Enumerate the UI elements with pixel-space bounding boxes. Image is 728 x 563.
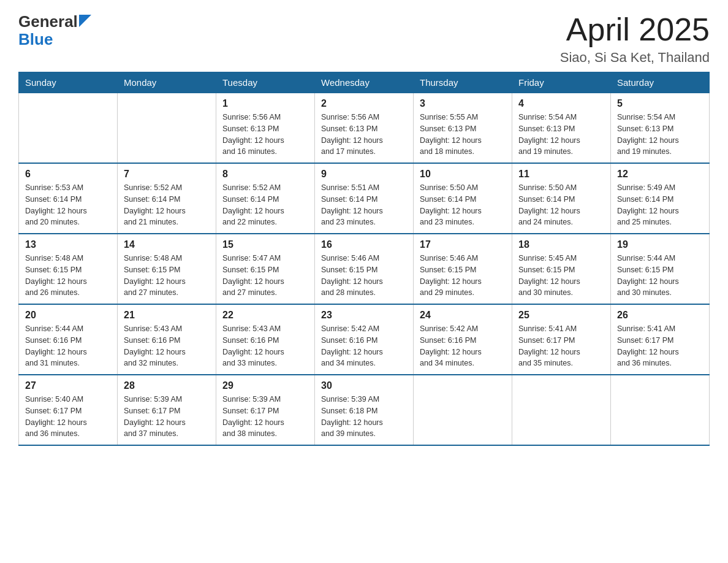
calendar-cell: 24Sunrise: 5:42 AM Sunset: 6:16 PM Dayli… — [414, 304, 512, 375]
day-number: 21 — [124, 310, 210, 321]
day-info: Sunrise: 5:53 AM Sunset: 6:14 PM Dayligh… — [25, 182, 111, 228]
calendar-cell: 7Sunrise: 5:52 AM Sunset: 6:14 PM Daylig… — [118, 163, 216, 234]
svg-marker-0 — [79, 15, 91, 27]
day-info: Sunrise: 5:41 AM Sunset: 6:17 PM Dayligh… — [617, 323, 703, 369]
day-info: Sunrise: 5:39 AM Sunset: 6:17 PM Dayligh… — [222, 394, 308, 440]
day-number: 3 — [420, 98, 506, 109]
calendar-week-row: 1Sunrise: 5:56 AM Sunset: 6:13 PM Daylig… — [19, 93, 710, 164]
calendar-week-row: 13Sunrise: 5:48 AM Sunset: 6:15 PM Dayli… — [19, 234, 710, 304]
day-number: 20 — [25, 310, 111, 321]
calendar-cell: 15Sunrise: 5:47 AM Sunset: 6:15 PM Dayli… — [216, 234, 315, 304]
day-number: 24 — [420, 310, 506, 321]
day-number: 4 — [518, 98, 604, 109]
day-number: 5 — [617, 98, 703, 109]
calendar-cell — [512, 375, 611, 445]
calendar-header-row: SundayMondayTuesdayWednesdayThursdayFrid… — [19, 72, 710, 93]
day-info: Sunrise: 5:44 AM Sunset: 6:15 PM Dayligh… — [617, 253, 703, 299]
calendar-cell — [19, 93, 118, 164]
day-number: 2 — [321, 98, 407, 109]
calendar-cell — [414, 375, 512, 445]
calendar-cell: 6Sunrise: 5:53 AM Sunset: 6:14 PM Daylig… — [19, 163, 118, 234]
header-monday: Monday — [118, 72, 216, 93]
day-info: Sunrise: 5:45 AM Sunset: 6:15 PM Dayligh… — [518, 253, 604, 299]
day-number: 16 — [321, 239, 407, 250]
day-info: Sunrise: 5:46 AM Sunset: 6:15 PM Dayligh… — [420, 253, 506, 299]
day-number: 22 — [222, 310, 308, 321]
day-info: Sunrise: 5:39 AM Sunset: 6:18 PM Dayligh… — [321, 394, 407, 440]
calendar-cell: 22Sunrise: 5:43 AM Sunset: 6:16 PM Dayli… — [216, 304, 315, 375]
day-number: 29 — [222, 380, 308, 391]
calendar-cell: 3Sunrise: 5:55 AM Sunset: 6:13 PM Daylig… — [414, 93, 512, 164]
header-tuesday: Tuesday — [216, 72, 315, 93]
day-info: Sunrise: 5:50 AM Sunset: 6:14 PM Dayligh… — [518, 182, 604, 228]
day-info: Sunrise: 5:56 AM Sunset: 6:13 PM Dayligh… — [321, 112, 407, 158]
calendar-cell: 29Sunrise: 5:39 AM Sunset: 6:17 PM Dayli… — [216, 375, 315, 445]
calendar-cell: 28Sunrise: 5:39 AM Sunset: 6:17 PM Dayli… — [118, 375, 216, 445]
calendar-cell: 5Sunrise: 5:54 AM Sunset: 6:13 PM Daylig… — [611, 93, 710, 164]
day-info: Sunrise: 5:48 AM Sunset: 6:15 PM Dayligh… — [124, 253, 210, 299]
day-info: Sunrise: 5:41 AM Sunset: 6:17 PM Dayligh… — [518, 323, 604, 369]
day-info: Sunrise: 5:54 AM Sunset: 6:13 PM Dayligh… — [518, 112, 604, 158]
logo-blue: Blue — [18, 31, 53, 47]
location-text: Siao, Si Sa Ket, Thailand — [560, 50, 710, 66]
day-info: Sunrise: 5:43 AM Sunset: 6:16 PM Dayligh… — [222, 323, 308, 369]
day-number: 15 — [222, 239, 308, 250]
logo-general: General — [18, 12, 78, 31]
day-number: 9 — [321, 169, 407, 180]
calendar-week-row: 6Sunrise: 5:53 AM Sunset: 6:14 PM Daylig… — [19, 163, 710, 234]
calendar-cell: 9Sunrise: 5:51 AM Sunset: 6:14 PM Daylig… — [315, 163, 414, 234]
day-number: 1 — [222, 98, 308, 109]
day-info: Sunrise: 5:55 AM Sunset: 6:13 PM Dayligh… — [420, 112, 506, 158]
day-info: Sunrise: 5:51 AM Sunset: 6:14 PM Dayligh… — [321, 182, 407, 228]
day-number: 14 — [124, 239, 210, 250]
day-info: Sunrise: 5:54 AM Sunset: 6:13 PM Dayligh… — [617, 112, 703, 158]
calendar-cell — [611, 375, 710, 445]
day-number: 23 — [321, 310, 407, 321]
day-number: 7 — [124, 169, 210, 180]
day-number: 12 — [617, 169, 703, 180]
day-number: 13 — [25, 239, 111, 250]
calendar-cell: 11Sunrise: 5:50 AM Sunset: 6:14 PM Dayli… — [512, 163, 611, 234]
day-number: 11 — [518, 169, 604, 180]
calendar-cell: 20Sunrise: 5:44 AM Sunset: 6:16 PM Dayli… — [19, 304, 118, 375]
day-number: 30 — [321, 380, 407, 391]
calendar-cell: 10Sunrise: 5:50 AM Sunset: 6:14 PM Dayli… — [414, 163, 512, 234]
day-info: Sunrise: 5:42 AM Sunset: 6:16 PM Dayligh… — [321, 323, 407, 369]
day-info: Sunrise: 5:50 AM Sunset: 6:14 PM Dayligh… — [420, 182, 506, 228]
day-info: Sunrise: 5:52 AM Sunset: 6:14 PM Dayligh… — [124, 182, 210, 228]
day-number: 18 — [518, 239, 604, 250]
day-number: 8 — [222, 169, 308, 180]
header-sunday: Sunday — [19, 72, 118, 93]
calendar-cell: 30Sunrise: 5:39 AM Sunset: 6:18 PM Dayli… — [315, 375, 414, 445]
day-number: 27 — [25, 380, 111, 391]
day-info: Sunrise: 5:52 AM Sunset: 6:14 PM Dayligh… — [222, 182, 308, 228]
day-info: Sunrise: 5:48 AM Sunset: 6:15 PM Dayligh… — [25, 253, 111, 299]
day-number: 17 — [420, 239, 506, 250]
calendar-cell: 19Sunrise: 5:44 AM Sunset: 6:15 PM Dayli… — [611, 234, 710, 304]
day-info: Sunrise: 5:42 AM Sunset: 6:16 PM Dayligh… — [420, 323, 506, 369]
page-header: General Blue April 2025 Siao, Si Sa Ket,… — [18, 12, 710, 66]
day-number: 10 — [420, 169, 506, 180]
calendar-cell: 18Sunrise: 5:45 AM Sunset: 6:15 PM Dayli… — [512, 234, 611, 304]
calendar-cell: 21Sunrise: 5:43 AM Sunset: 6:16 PM Dayli… — [118, 304, 216, 375]
header-wednesday: Wednesday — [315, 72, 414, 93]
calendar-cell: 14Sunrise: 5:48 AM Sunset: 6:15 PM Dayli… — [118, 234, 216, 304]
calendar-cell: 4Sunrise: 5:54 AM Sunset: 6:13 PM Daylig… — [512, 93, 611, 164]
calendar-cell: 23Sunrise: 5:42 AM Sunset: 6:16 PM Dayli… — [315, 304, 414, 375]
calendar-table: SundayMondayTuesdayWednesdayThursdayFrid… — [18, 72, 710, 446]
day-number: 26 — [617, 310, 703, 321]
month-title: April 2025 — [560, 12, 710, 47]
calendar-cell: 13Sunrise: 5:48 AM Sunset: 6:15 PM Dayli… — [19, 234, 118, 304]
calendar-cell: 27Sunrise: 5:40 AM Sunset: 6:17 PM Dayli… — [19, 375, 118, 445]
calendar-cell: 2Sunrise: 5:56 AM Sunset: 6:13 PM Daylig… — [315, 93, 414, 164]
header-friday: Friday — [512, 72, 611, 93]
calendar-cell: 25Sunrise: 5:41 AM Sunset: 6:17 PM Dayli… — [512, 304, 611, 375]
day-info: Sunrise: 5:40 AM Sunset: 6:17 PM Dayligh… — [25, 394, 111, 440]
day-number: 6 — [25, 169, 111, 180]
header-thursday: Thursday — [414, 72, 512, 93]
calendar-cell: 17Sunrise: 5:46 AM Sunset: 6:15 PM Dayli… — [414, 234, 512, 304]
logo: General Blue — [18, 12, 91, 47]
day-info: Sunrise: 5:43 AM Sunset: 6:16 PM Dayligh… — [124, 323, 210, 369]
calendar-cell: 8Sunrise: 5:52 AM Sunset: 6:14 PM Daylig… — [216, 163, 315, 234]
calendar-week-row: 27Sunrise: 5:40 AM Sunset: 6:17 PM Dayli… — [19, 375, 710, 445]
